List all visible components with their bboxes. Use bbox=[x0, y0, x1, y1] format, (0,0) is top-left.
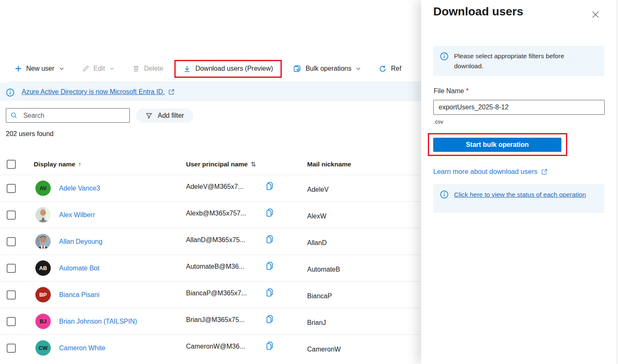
toolbar-divider bbox=[8, 82, 421, 82]
bulk-operations-button[interactable]: Bulk operations bbox=[284, 64, 370, 73]
filters-info-box: Please select appropriate filters before… bbox=[433, 46, 604, 76]
table-row: AB Automate Bot AutomateB@M36... Automat… bbox=[0, 255, 421, 281]
row-checkbox[interactable] bbox=[7, 184, 16, 193]
copy-upn-button[interactable] bbox=[265, 181, 307, 192]
edit-button[interactable]: Edit bbox=[73, 65, 124, 72]
row-checkbox[interactable] bbox=[7, 317, 16, 326]
user-name-link[interactable]: Allan Deyoung bbox=[59, 238, 102, 245]
search-box bbox=[6, 108, 130, 123]
pencil-icon bbox=[82, 65, 89, 72]
start-bulk-operation-button[interactable]: Start bulk operation bbox=[433, 138, 561, 152]
refresh-button[interactable]: Ref bbox=[370, 65, 410, 73]
external-link-icon bbox=[168, 89, 175, 95]
bulk-operations-label: Bulk operations bbox=[305, 65, 351, 72]
copy-upn-button[interactable] bbox=[265, 288, 307, 299]
add-filter-label: Add filter bbox=[158, 112, 184, 119]
user-name-link[interactable]: Adele Vance3 bbox=[59, 185, 100, 192]
copy-upn-button[interactable] bbox=[265, 208, 307, 219]
info-icon bbox=[6, 88, 15, 97]
copy-upn-button[interactable] bbox=[265, 341, 307, 352]
column-header-mail-nickname[interactable]: Mail nickname bbox=[307, 161, 421, 168]
table-row: BP Bianca Pisani BiancaP@M365x7... Bianc… bbox=[0, 281, 421, 308]
file-extension: .csv bbox=[434, 119, 443, 125]
user-principal-name: AdeleV@M365x7... bbox=[186, 183, 265, 191]
entra-rename-link-text: Azure Active Directory is now Microsoft … bbox=[22, 88, 165, 96]
edit-label: Edit bbox=[94, 65, 105, 72]
plus-icon bbox=[15, 65, 22, 72]
copy-upn-button[interactable] bbox=[265, 235, 307, 245]
sort-ascending-icon: ↑ bbox=[78, 161, 82, 168]
add-filter-button[interactable]: Add filter bbox=[136, 109, 193, 123]
file-name-label: File Name* bbox=[434, 87, 469, 95]
user-name-link[interactable]: Brian Johnson (TAILSPIN) bbox=[59, 318, 137, 325]
user-name-link[interactable]: Cameron White bbox=[59, 344, 105, 352]
column-header-upn[interactable]: User principal name⇅ bbox=[186, 161, 265, 168]
search-icon bbox=[10, 111, 17, 119]
copy-upn-button[interactable] bbox=[265, 261, 307, 272]
download-icon bbox=[183, 65, 191, 73]
select-all-checkbox[interactable] bbox=[7, 160, 16, 169]
avatar: CW bbox=[35, 340, 51, 356]
copy-upn-button[interactable] bbox=[265, 314, 307, 325]
sort-both-icon: ⇅ bbox=[251, 161, 256, 168]
entra-users-page: New user Edit Delete Download users (Pre… bbox=[0, 0, 618, 364]
mail-nickname: CameronW bbox=[307, 346, 421, 353]
row-checkbox[interactable] bbox=[7, 210, 16, 220]
row-checkbox[interactable] bbox=[7, 290, 16, 300]
table-row: Allan Deyoung AllanD@M365x75... AllanD bbox=[0, 228, 421, 255]
user-principal-name: BrianJ@M365x75... bbox=[186, 316, 265, 324]
table-row: BJ Brian Johnson (TAILSPIN) BrianJ@M365x… bbox=[0, 308, 421, 334]
info-icon bbox=[440, 52, 449, 61]
delete-label: Delete bbox=[144, 65, 163, 72]
table-row: Alex Wilberr Alexb@M365x757... AlexW bbox=[0, 201, 421, 228]
users-table-body: AV Adele Vance3 AdeleV@M365x7... AdeleV … bbox=[0, 175, 421, 361]
entra-rename-link[interactable]: Azure Active Directory is now Microsoft … bbox=[22, 88, 175, 96]
user-name-link[interactable]: Alex Wilberr bbox=[59, 211, 95, 219]
user-principal-name: Alexb@M365x757... bbox=[186, 210, 265, 217]
close-icon bbox=[591, 10, 600, 19]
search-input[interactable] bbox=[23, 112, 125, 119]
table-row: CW Cameron White CameronW@M36... Cameron… bbox=[0, 334, 421, 361]
chevron-down-icon bbox=[109, 66, 115, 72]
user-principal-name: CameronW@M36... bbox=[186, 343, 265, 350]
avatar: AV bbox=[35, 181, 51, 196]
mail-nickname: AutomateB bbox=[307, 266, 421, 273]
user-name-link[interactable]: Bianca Pisani bbox=[59, 291, 99, 299]
copy-icon bbox=[265, 181, 274, 191]
row-checkbox[interactable] bbox=[7, 264, 16, 273]
user-name-link[interactable]: Automate Bot bbox=[59, 265, 99, 272]
row-checkbox[interactable] bbox=[7, 344, 16, 353]
copy-icon bbox=[265, 341, 274, 350]
filter-funnel-icon bbox=[145, 112, 153, 119]
panel-title: Download users bbox=[433, 5, 523, 18]
mail-nickname: BrianJ bbox=[307, 319, 421, 327]
learn-more-link[interactable]: Learn more about download users bbox=[433, 168, 548, 176]
close-panel-button[interactable] bbox=[589, 8, 602, 21]
operation-status-link[interactable]: Click here to view the status of each op… bbox=[454, 189, 588, 208]
delete-button[interactable]: Delete bbox=[124, 65, 172, 72]
user-principal-name: AutomateB@M36... bbox=[186, 263, 265, 270]
filters-info-message: Please select appropriate filters before… bbox=[454, 51, 591, 71]
copy-icon bbox=[265, 235, 274, 244]
row-checkbox[interactable] bbox=[7, 237, 16, 246]
refresh-icon bbox=[379, 65, 387, 73]
external-link-icon bbox=[541, 168, 548, 175]
bulk-operations-icon bbox=[293, 64, 301, 73]
file-name-input[interactable] bbox=[433, 100, 605, 115]
avatar: BP bbox=[35, 287, 51, 302]
column-header-display-name[interactable]: Display name↑ bbox=[27, 161, 186, 168]
copy-icon bbox=[265, 314, 274, 324]
table-header: Display name↑ User principal name⇅ Mail … bbox=[0, 154, 421, 175]
new-user-label: New user bbox=[26, 65, 55, 72]
chevron-down-icon bbox=[355, 66, 361, 72]
mail-nickname: AdeleV bbox=[307, 186, 421, 193]
avatar: AB bbox=[35, 260, 51, 276]
refresh-label: Ref bbox=[391, 65, 401, 72]
required-asterisk: * bbox=[466, 87, 469, 94]
info-icon bbox=[440, 190, 449, 199]
table-row: AV Adele Vance3 AdeleV@M365x7... AdeleV bbox=[0, 175, 421, 201]
download-users-button[interactable]: Download users (Preview) bbox=[181, 65, 275, 73]
download-users-panel: Download users Please select appropriate… bbox=[421, 0, 618, 364]
new-user-button[interactable]: New user bbox=[6, 65, 73, 72]
mail-nickname: AllanD bbox=[307, 239, 421, 247]
